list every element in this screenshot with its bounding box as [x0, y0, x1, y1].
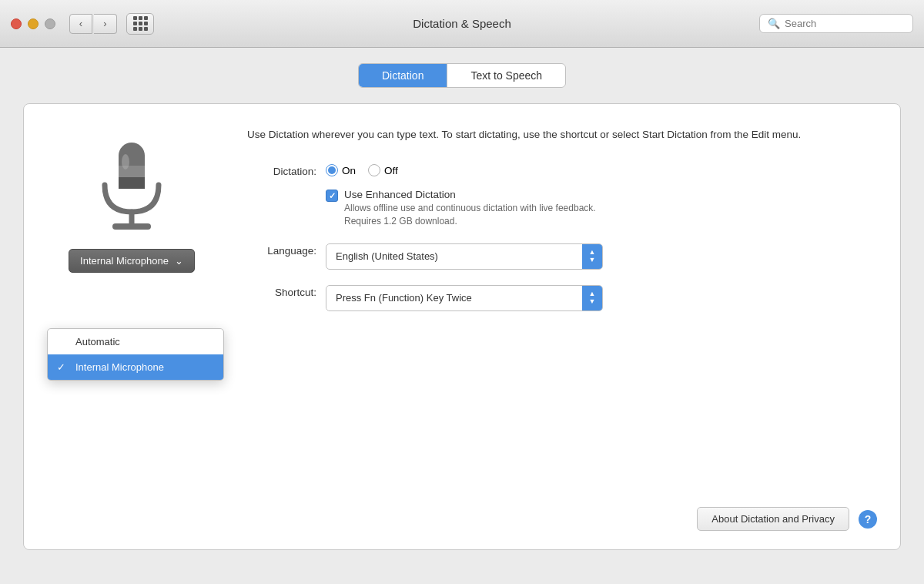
shortcut-row: Shortcut: Press Fn (Function) Key Twice … — [247, 285, 877, 311]
search-icon: 🔍 — [768, 18, 780, 29]
checkbox-check-icon: ✓ — [329, 191, 336, 201]
shortcut-select[interactable]: Press Fn (Function) Key Twice ▲ ▼ — [326, 285, 603, 311]
grid-icon — [133, 16, 148, 31]
chevron-down-icon: ⌄ — [175, 255, 183, 267]
dropdown-item-internal-mic[interactable]: ✓ Internal Microphone — [48, 354, 223, 380]
bottom-row: About Dictation and Privacy ? — [697, 507, 877, 531]
radio-on-label: On — [342, 165, 356, 176]
microphone-section: Internal Microphone ⌄ Automatic ✓ Intern… — [47, 127, 216, 327]
dropdown-item-label: Automatic — [75, 336, 120, 347]
radio-off[interactable]: Off — [368, 164, 398, 176]
microphone-icon — [89, 135, 174, 235]
search-input[interactable] — [785, 18, 905, 29]
search-box[interactable]: 🔍 — [759, 14, 913, 33]
radio-on-circle[interactable] — [326, 164, 338, 176]
settings-section: Use Dictation wherever you can type text… — [247, 127, 877, 327]
enhanced-dictation-label-area: Use Enhanced Dictation Allows offline us… — [344, 189, 621, 228]
language-row: Language: English (United States) ▲ ▼ — [247, 243, 877, 270]
dropdown-item-automatic[interactable]: Automatic — [48, 329, 223, 354]
enhanced-dictation-label: Use Enhanced Dictation — [344, 189, 621, 200]
arrow-down-icon: ▼ — [589, 298, 596, 305]
svg-rect-2 — [119, 177, 145, 189]
forward-button[interactable]: › — [94, 14, 117, 34]
svg-point-5 — [122, 154, 129, 169]
enhanced-dictation-area: ✓ Use Enhanced Dictation Allows offline … — [326, 189, 701, 228]
enhanced-dictation-checkbox[interactable]: ✓ — [326, 190, 338, 202]
language-label: Language: — [247, 243, 316, 257]
dictation-label: Dictation: — [247, 164, 316, 177]
arrow-up-icon: ▲ — [589, 290, 596, 297]
help-button[interactable]: ? — [859, 510, 877, 529]
maximize-button[interactable] — [45, 18, 55, 29]
tab-text-to-speech[interactable]: Text to Speech — [447, 64, 565, 87]
description-text: Use Dictation wherever you can type text… — [247, 127, 877, 143]
close-button[interactable] — [11, 18, 22, 29]
dictation-toggle-row: Dictation: On Off — [247, 164, 877, 228]
grid-view-button[interactable] — [126, 13, 154, 35]
enhanced-dictation-row: ✓ Use Enhanced Dictation Allows offline … — [326, 189, 701, 228]
traffic-lights — [11, 18, 55, 29]
arrow-down-icon: ▼ — [589, 257, 596, 263]
arrow-up-icon: ▲ — [589, 249, 596, 256]
shortcut-arrows[interactable]: ▲ ▼ — [582, 286, 602, 310]
language-select[interactable]: English (United States) ▲ ▼ — [326, 243, 603, 270]
enhanced-dictation-sub: Allows offline use and continuous dictat… — [344, 202, 621, 228]
dropdown-item-label: Internal Microphone — [75, 361, 164, 373]
settings-panel: Internal Microphone ⌄ Automatic ✓ Intern… — [23, 103, 901, 550]
radio-group: On Off — [326, 164, 398, 176]
language-arrows[interactable]: ▲ ▼ — [582, 244, 602, 269]
tab-group: Dictation Text to Speech — [358, 63, 566, 88]
language-value: English (United States) — [326, 246, 582, 267]
nav-buttons: ‹ › — [69, 14, 117, 34]
title-bar: ‹ › Dictation & Speech 🔍 — [0, 0, 924, 48]
shortcut-value: Press Fn (Function) Key Twice — [326, 287, 582, 308]
dictation-control: On Off ✓ — [326, 164, 701, 228]
microphone-dropdown-menu: Automatic ✓ Internal Microphone — [47, 328, 224, 381]
tab-dictation[interactable]: Dictation — [359, 64, 447, 87]
radio-on[interactable]: On — [326, 164, 356, 176]
back-button[interactable]: ‹ — [69, 14, 92, 34]
svg-rect-4 — [112, 223, 151, 230]
about-dictation-button[interactable]: About Dictation and Privacy — [697, 507, 849, 531]
radio-on-inner — [328, 166, 336, 174]
radio-off-label: Off — [384, 165, 398, 176]
microphone-dropdown-label: Internal Microphone — [80, 255, 169, 267]
main-content: Dictation Text to Speech — [0, 48, 924, 584]
checkmark-icon: ✓ — [57, 361, 65, 373]
shortcut-label: Shortcut: — [247, 285, 316, 298]
microphone-dropdown[interactable]: Internal Microphone ⌄ — [69, 249, 195, 273]
window-title: Dictation & Speech — [413, 17, 511, 30]
panel-inner: Internal Microphone ⌄ Automatic ✓ Intern… — [47, 127, 877, 327]
tabs-container: Dictation Text to Speech — [23, 63, 901, 88]
minimize-button[interactable] — [28, 18, 38, 29]
radio-off-circle[interactable] — [368, 164, 380, 176]
